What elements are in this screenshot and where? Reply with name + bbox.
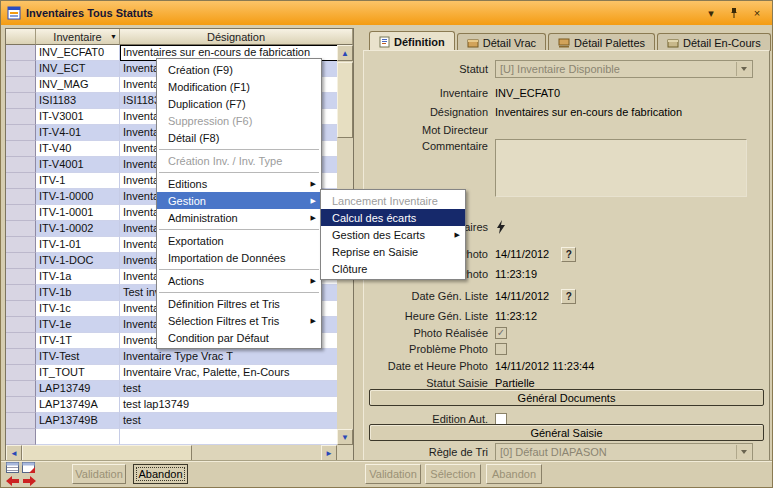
cell-inventaire: ITV-1c xyxy=(36,301,120,317)
cell-inventaire: IT-V3001 xyxy=(36,109,120,125)
regle-de-tri-select[interactable]: [0] Défaut DIAPASON xyxy=(495,443,753,461)
probleme-photo-checkbox[interactable] xyxy=(495,343,507,355)
red-arrow-left-icon[interactable] xyxy=(6,475,20,487)
tab-label: Détail En-Cours xyxy=(683,37,761,49)
table-edit-icon[interactable] xyxy=(22,462,36,474)
minimize-icon[interactable]: ▾ xyxy=(702,5,720,21)
form-icon xyxy=(379,36,390,48)
table-row[interactable]: LAP13749Btest xyxy=(6,413,339,429)
field-label: Mot Directeur xyxy=(368,124,488,136)
field-statut: Statut [U] Inventaire Disponible xyxy=(368,60,767,78)
general-saisie-button[interactable]: Général Saisie xyxy=(369,424,764,441)
menu-item-label: Suppression (F6) xyxy=(168,115,252,127)
menu-item-label: Administration xyxy=(168,212,238,224)
red-arrow-right-icon[interactable] xyxy=(22,475,36,487)
cell-inventaire: IT-V40 xyxy=(36,141,120,157)
menu-item-actions[interactable]: Actions▶ xyxy=(157,272,321,289)
header-designation[interactable]: Désignation xyxy=(120,29,353,45)
lightning-icon[interactable] xyxy=(495,220,507,234)
table-row[interactable]: ITV-TestInventaire Type Vrac T xyxy=(6,349,339,365)
submenu-item-reprise-saisie[interactable]: Reprise en Saisie xyxy=(321,243,465,260)
window-title: Inventaires Tous Statuts xyxy=(26,7,697,19)
field-label: Commentaire xyxy=(368,139,488,153)
help-button[interactable]: ? xyxy=(561,247,576,262)
help-button[interactable]: ? xyxy=(561,289,576,304)
cell-inventaire xyxy=(36,429,120,445)
app-window: Inventaires Tous Statuts ▾ × Inventaire … xyxy=(0,0,773,488)
close-icon[interactable]: × xyxy=(748,5,766,21)
field-heure-gen-liste: Heure Gén. Liste 11:23:12 xyxy=(368,307,767,325)
field-value: Inventaires sur en-cours de fabrication xyxy=(495,106,682,118)
titlebar: Inventaires Tous Statuts ▾ × xyxy=(1,1,772,25)
menu-item-creation[interactable]: Création (F9) xyxy=(157,61,321,78)
menu-item-definition-filtres[interactable]: Définition Filtres et Tris xyxy=(157,295,321,312)
tab-detail-vrac[interactable]: Détail Vrac xyxy=(457,33,546,51)
abandon-button-left[interactable]: Abandon xyxy=(133,464,188,484)
cell-inventaire: ITV-1b xyxy=(36,285,120,301)
menu-item-editions[interactable]: Editions▶ xyxy=(157,175,321,192)
menu-item-exportation[interactable]: Exportation xyxy=(157,232,321,249)
menu-item-label: Lancement Inventaire xyxy=(332,195,438,207)
cell-inventaire: INV_ECFAT0 xyxy=(36,45,120,61)
table-row[interactable]: LAP13749Atest lap13749 xyxy=(6,397,339,413)
vertical-scroll-thumb[interactable] xyxy=(337,62,353,138)
field-value: 14/11/2012 xyxy=(495,290,549,302)
tab-detail-palettes[interactable]: Détail Palettes xyxy=(548,33,655,51)
pin-icon[interactable] xyxy=(725,5,743,21)
menu-item-label: Création Inv. / Inv. Type xyxy=(168,155,282,167)
cell-inventaire: ITV-1-0002 xyxy=(36,221,120,237)
cell-inventaire: IT_TOUT xyxy=(36,365,120,381)
table-row[interactable]: IT_TOUTInventaire Vrac, Palette, En-Cour… xyxy=(6,365,339,381)
scroll-track[interactable] xyxy=(192,445,321,461)
horizontal-scroll-thumb[interactable] xyxy=(22,445,192,461)
menu-item-detail[interactable]: Détail (F8) xyxy=(157,129,321,146)
menu-item-label: Importation de Données xyxy=(168,252,285,264)
field-value: 14/11/2012 11:23:44 xyxy=(495,360,594,372)
chevron-down-icon[interactable] xyxy=(736,445,751,459)
scroll-down-icon[interactable]: ▼ xyxy=(337,429,353,445)
scroll-right-icon[interactable]: ► xyxy=(321,445,337,461)
submenu-item-gestion-ecarts[interactable]: Gestion des Ecarts▶ xyxy=(321,226,465,243)
cell-inventaire: IT-V4001 xyxy=(36,157,120,173)
tab-definition[interactable]: Définition xyxy=(369,31,455,51)
header-inventaire[interactable]: Inventaire ▼ xyxy=(36,29,120,45)
menu-item-gestion[interactable]: Gestion▶ xyxy=(157,192,321,209)
menu-item-modification[interactable]: Modification (F1) xyxy=(157,78,321,95)
menu-item-duplication[interactable]: Duplication (F7) xyxy=(157,95,321,112)
row-gutter xyxy=(6,173,36,189)
menu-item-importation[interactable]: Importation de Données xyxy=(157,249,321,266)
row-gutter xyxy=(6,285,36,301)
row-gutter xyxy=(6,109,36,125)
scroll-up-icon[interactable]: ▲ xyxy=(337,45,353,61)
field-label: Date et Heure Photo xyxy=(368,360,488,372)
gestion-submenu: Lancement Inventaire Calcul des écarts G… xyxy=(320,189,466,280)
horizontal-scrollbar[interactable]: ◄ ► xyxy=(6,445,337,461)
table-row[interactable]: LAP13749test xyxy=(6,381,339,397)
commentaire-textarea[interactable] xyxy=(495,139,747,197)
cell-designation xyxy=(120,429,339,445)
table-row[interactable] xyxy=(6,429,339,445)
chevron-down-icon[interactable] xyxy=(736,62,751,76)
selection-button-right: Sélection xyxy=(425,464,481,484)
submenu-arrow-icon: ▶ xyxy=(311,197,316,205)
menu-item-condition-defaut[interactable]: Condition par Défaut xyxy=(157,329,321,346)
sort-indicator-icon: ▼ xyxy=(110,33,117,40)
general-documents-button[interactable]: Général Documents xyxy=(369,389,764,406)
menu-item-administration[interactable]: Administration▶ xyxy=(157,209,321,226)
row-gutter xyxy=(6,61,36,77)
submenu-item-calcul-ecarts[interactable]: Calcul des écarts xyxy=(321,209,465,226)
field-probleme-photo: Problème Photo xyxy=(368,340,767,358)
selected-value: [U] Inventaire Disponible xyxy=(500,63,620,75)
table-small-icon[interactable] xyxy=(6,462,20,474)
tab-detail-en-cours[interactable]: Détail En-Cours xyxy=(657,33,771,51)
menu-item-label: Exportation xyxy=(168,235,224,247)
statut-select[interactable]: [U] Inventaire Disponible xyxy=(495,60,753,78)
menu-item-selection-filtres[interactable]: Sélection Filtres et Tris▶ xyxy=(157,312,321,329)
scroll-left-icon[interactable]: ◄ xyxy=(6,445,22,461)
submenu-item-cloture[interactable]: Clôture xyxy=(321,260,465,277)
photo-realisee-checkbox[interactable]: ✓ xyxy=(495,327,507,339)
row-gutter xyxy=(6,237,36,253)
check-icon: ✓ xyxy=(497,328,505,338)
cell-inventaire: LAP13749 xyxy=(36,381,120,397)
context-menu: Création (F9) Modification (F1) Duplicat… xyxy=(156,58,322,349)
